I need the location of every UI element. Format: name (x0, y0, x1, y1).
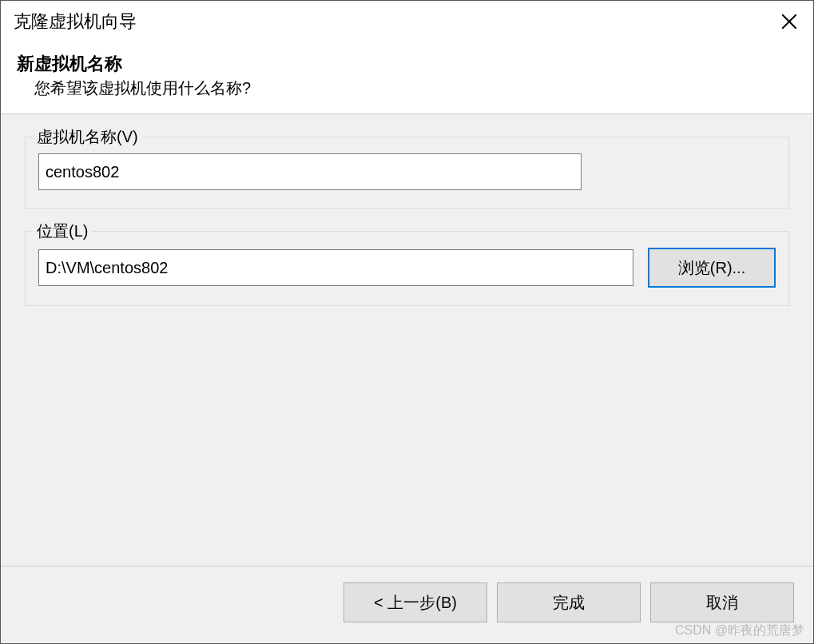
titlebar: 克隆虚拟机向导 (1, 1, 813, 42)
vm-location-label: 位置(L) (32, 221, 93, 242)
wizard-footer: < 上一步(B) 完成 取消 (1, 566, 813, 643)
wizard-step-title: 新虚拟机名称 (17, 52, 797, 76)
vm-location-input[interactable] (38, 249, 633, 286)
vm-name-label: 虚拟机名称(V) (32, 126, 143, 148)
dialog-title: 克隆虚拟机向导 (14, 10, 137, 34)
browse-button[interactable]: 浏览(R)... (648, 248, 776, 288)
cancel-button[interactable]: 取消 (650, 582, 794, 622)
wizard-content: 虚拟机名称(V) 位置(L) 浏览(R)... (1, 114, 813, 566)
wizard-header: 新虚拟机名称 您希望该虚拟机使用什么名称? (1, 42, 813, 114)
vm-name-group: 虚拟机名称(V) (25, 137, 789, 209)
vm-location-group: 位置(L) 浏览(R)... (25, 231, 789, 306)
vm-name-input[interactable] (38, 153, 582, 190)
close-button[interactable] (765, 1, 813, 42)
back-button[interactable]: < 上一步(B) (343, 582, 487, 622)
finish-button[interactable]: 完成 (497, 582, 641, 622)
wizard-step-subtitle: 您希望该虚拟机使用什么名称? (17, 78, 797, 99)
vm-location-row: 浏览(R)... (38, 248, 776, 288)
close-icon (781, 14, 797, 30)
clone-vm-wizard-dialog: 克隆虚拟机向导 新虚拟机名称 您希望该虚拟机使用什么名称? 虚拟机名称(V) 位… (0, 0, 814, 644)
